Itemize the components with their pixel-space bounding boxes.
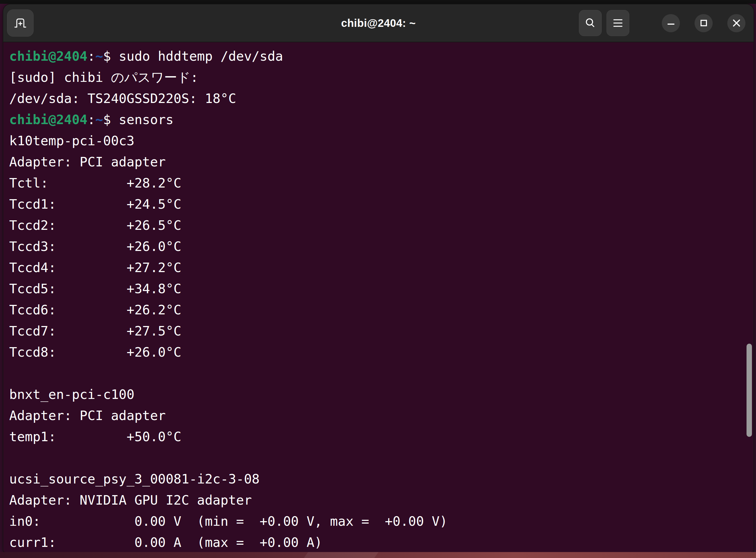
terminal-text-segment: : [87,49,95,64]
terminal-output: chibi@2404:~$ sudo hddtemp /dev/sda[sudo… [9,46,754,552]
terminal-text-segment: Adapter: PCI adapter [9,408,166,423]
terminal-line [9,363,754,384]
terminal-line: Adapter: NVIDIA GPU I2C adapter [9,489,754,511]
terminal-text-segment: in0: 0.00 V (min = +0.00 V, max = +0.00 … [9,513,447,529]
terminal-line: chibi@2404:~$ sudo hddtemp /dev/sda [9,46,754,67]
terminal-text-segment: ~ [95,112,103,127]
terminal-text-segment: chibi@2404 [9,49,87,64]
terminal-text-segment: Adapter: PCI adapter [9,154,166,169]
terminal-text-segment: $ sensors [103,112,173,127]
terminal-line: temp1: +50.0°C [9,426,754,447]
terminal-line: Tccd1: +24.5°C [9,194,754,214]
new-tab-button[interactable] [7,9,33,36]
terminal-line: Tccd5: +34.8°C [9,278,754,299]
terminal-text-segment: [sudo] chibi のパスワード: [9,70,198,85]
window-title: chibi@2404: ~ [341,17,416,29]
scrollbar-thumb[interactable] [747,344,752,437]
desktop-wallpaper-strip [0,552,756,558]
terminal-text-segment: ~ [95,49,103,64]
terminal-text-segment: $ sudo hddtemp /dev/sda [103,49,283,64]
headerbar: chibi@2404: ~ [3,4,754,42]
header-right-controls [579,10,746,36]
minimize-icon [667,19,675,27]
terminal-line: Tccd8: +26.0°C [9,341,754,363]
screen-top-bar [0,0,756,4]
terminal-text-segment: Tccd1: +24.5°C [9,197,182,212]
terminal-line: /dev/sda: TS240GSSD220S: 18°C [9,88,754,109]
terminal-text-segment: Tctl: +28.2°C [9,175,182,191]
terminal-text-segment: k10temp-pci-00c3 [9,133,134,148]
terminal-line: Adapter: PCI adapter [9,151,754,172]
terminal-window: chibi@2404: ~ [3,4,754,553]
terminal-line: ucsi_source_psy_3_00081-i2c-3-08 [9,468,754,489]
terminal-line: Tccd4: +27.2°C [9,257,754,278]
terminal-line: Tccd7: +27.5°C [9,320,754,341]
terminal-text-segment: Tccd4: +27.2°C [9,260,182,275]
terminal-line: Tccd2: +26.5°C [9,214,754,236]
maximize-button[interactable] [695,14,713,32]
terminal-text-segment: bnxt_en-pci-c100 [9,387,134,402]
close-icon [732,19,741,27]
terminal-line: Tccd6: +26.2°C [9,299,754,320]
terminal-line: Tctl: +28.2°C [9,172,754,194]
terminal-text-segment: curr1: 0.00 A (max = +0.00 A) [9,535,322,550]
terminal-line: [sudo] chibi のパスワード: [9,67,754,88]
terminal-text-segment: Tccd7: +27.5°C [9,323,182,338]
terminal-text-segment: Tccd6: +26.2°C [9,302,182,318]
wallpaper-wedge [304,552,378,558]
new-tab-icon [13,17,28,29]
terminal-text-segment [9,365,17,381]
terminal-text-segment: /dev/sda: TS240GSSD220S: 18°C [9,91,236,106]
terminal-text-segment: Tccd8: +26.0°C [9,345,182,360]
minimize-button[interactable] [662,14,680,32]
terminal-line: k10temp-pci-00c3 [9,130,754,151]
search-icon [584,17,596,29]
hamburger-menu-icon [612,18,624,28]
terminal-text-segment: Adapter: NVIDIA GPU I2C adapter [9,492,252,508]
terminal-text-segment: Tccd2: +26.5°C [9,218,182,233]
terminal-line [9,447,754,468]
terminal-text-segment [9,450,17,465]
terminal-line: chibi@2404:~$ sensors [9,109,754,130]
terminal-viewport[interactable]: chibi@2404:~$ sudo hddtemp /dev/sda[sudo… [3,42,754,552]
terminal-line: Tccd3: +26.0°C [9,236,754,257]
menu-button[interactable] [606,10,629,36]
terminal-text-segment: ucsi_source_psy_3_00081-i2c-3-08 [9,471,260,486]
terminal-text-segment: temp1: +50.0°C [9,429,182,444]
close-button[interactable] [727,14,746,32]
terminal-line: Adapter: PCI adapter [9,405,754,426]
terminal-line: curr1: 0.00 A (max = +0.00 A) [9,532,754,552]
maximize-icon [700,19,708,27]
terminal-text-segment: Tccd5: +34.8°C [9,281,182,296]
terminal-line: bnxt_en-pci-c100 [9,384,754,405]
terminal-text-segment: : [87,112,95,127]
terminal-text-segment: chibi@2404 [9,112,87,127]
terminal-line: in0: 0.00 V (min = +0.00 V, max = +0.00 … [9,511,754,532]
search-button[interactable] [579,10,602,36]
terminal-text-segment: Tccd3: +26.0°C [9,239,182,254]
